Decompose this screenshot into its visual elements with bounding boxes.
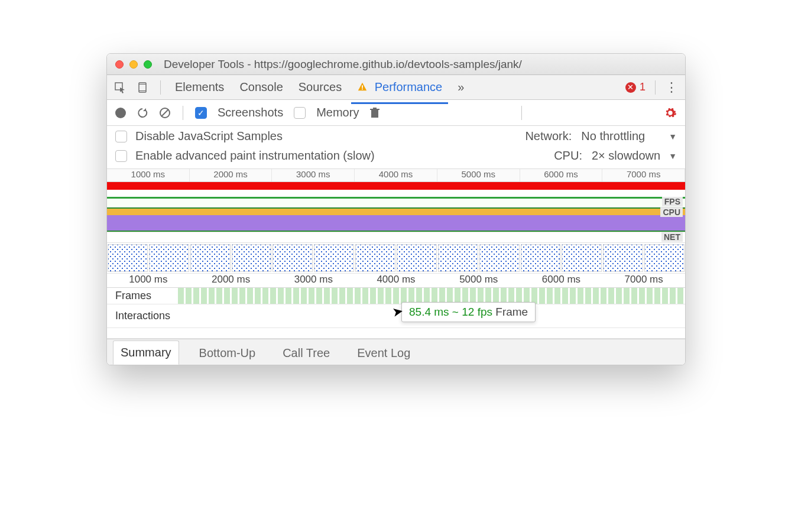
cpu-throttle-select[interactable]: 2× slowdown ▼	[592, 149, 677, 163]
disable-js-samples-label: Disable JavaScript Samples	[135, 129, 283, 143]
network-throttle-select[interactable]: No throttling ▼	[581, 129, 677, 143]
fps-lane-label: FPS	[662, 197, 683, 206]
filmstrip-thumb[interactable]	[438, 244, 478, 272]
fps-lane[interactable]: FPS	[107, 197, 685, 207]
error-count-badge[interactable]: ✕ 1	[625, 81, 645, 93]
tabs-overflow[interactable]: »	[455, 76, 466, 99]
cpu-lane-label: CPU	[660, 207, 683, 217]
ruler-tick: 5000 ms	[437, 274, 520, 287]
window-title: Developer Tools - https://googlechrome.g…	[164, 58, 522, 71]
minimize-icon[interactable]	[129, 60, 138, 69]
frames-track-label: Frames	[107, 290, 178, 302]
tab-console[interactable]: Console	[237, 76, 285, 99]
ruler-tick: 1000 ms	[107, 169, 190, 181]
separator	[521, 106, 522, 120]
filmstrip-thumb[interactable]	[273, 244, 313, 272]
svg-rect-5	[362, 89, 363, 90]
detail-tab-calltree[interactable]: Call Tree	[275, 342, 337, 365]
separator	[160, 80, 161, 95]
maximize-icon[interactable]	[144, 60, 152, 69]
detail-time-ruler[interactable]: 1000 ms 2000 ms 3000 ms 4000 ms 5000 ms …	[107, 274, 685, 288]
net-lane[interactable]: NET	[107, 232, 685, 243]
long-task-bar	[107, 181, 685, 190]
tab-sources[interactable]: Sources	[296, 76, 344, 99]
filmstrip-thumb[interactable]	[521, 244, 561, 272]
svg-rect-2	[139, 84, 146, 85]
ruler-tick: 4000 ms	[355, 169, 437, 181]
filmstrip-thumb[interactable]	[644, 244, 685, 272]
ruler-tick: 7000 ms	[602, 274, 685, 287]
interactions-track[interactable]: Interactions ➤ 85.4 ms ~ 12 fps Frame	[107, 304, 685, 328]
ruler-tick: 3000 ms	[272, 274, 355, 287]
inspect-icon[interactable]	[114, 82, 126, 93]
network-label: Network:	[525, 129, 572, 143]
svg-rect-9	[370, 109, 379, 110]
disable-js-samples-checkbox[interactable]	[115, 131, 127, 142]
error-icon: ✕	[625, 82, 636, 93]
chevron-down-icon: ▼	[669, 132, 677, 141]
options-row-1: Disable JavaScript Samples Network: No t…	[107, 126, 685, 147]
interactions-track-label: Interactions	[107, 310, 178, 322]
svg-rect-3	[139, 90, 146, 91]
memory-checkbox[interactable]	[294, 107, 306, 119]
filmstrip-thumb[interactable]	[108, 244, 148, 272]
filmstrip-thumb[interactable]	[397, 244, 437, 272]
kebab-menu-icon[interactable]: ⋮	[665, 80, 678, 95]
filmstrip-thumb[interactable]	[355, 244, 395, 272]
screenshots-checkbox[interactable]: ✓	[195, 107, 207, 119]
tooltip-metric: 85.4 ms ~ 12 fps	[409, 306, 492, 318]
record-button[interactable]	[115, 108, 126, 118]
trash-icon[interactable]	[369, 107, 380, 119]
advanced-paint-label: Enable advanced paint instrumentation (s…	[135, 149, 375, 163]
filmstrip-thumb[interactable]	[562, 244, 602, 272]
tab-elements[interactable]: Elements	[173, 76, 226, 99]
ruler-tick: 6000 ms	[520, 274, 603, 287]
frames-grid	[178, 288, 685, 304]
svg-rect-4	[362, 85, 363, 88]
filmstrip-thumb[interactable]	[479, 244, 520, 272]
tooltip-suffix: Frame	[492, 306, 528, 318]
detail-tabbar: Summary Bottom-Up Call Tree Event Log	[107, 339, 685, 365]
warning-icon	[357, 80, 371, 93]
tab-performance[interactable]: Performance	[355, 76, 445, 99]
net-lane-label: NET	[661, 232, 683, 242]
clear-icon[interactable]	[159, 107, 171, 119]
ruler-tick: 2000 ms	[190, 169, 273, 181]
memory-label: Memory	[316, 106, 359, 119]
spacer	[107, 328, 685, 339]
detail-tab-bottomup[interactable]: Bottom-Up	[192, 342, 263, 365]
ruler-tick: 3000 ms	[272, 169, 355, 181]
filmstrip-thumb[interactable]	[190, 244, 231, 272]
detail-tab-eventlog[interactable]: Event Log	[350, 342, 417, 365]
ruler-tick: 7000 ms	[602, 169, 685, 181]
screenshots-label: Screenshots	[218, 106, 283, 119]
main-tabbar: Elements Console Sources Performance » ✕…	[107, 75, 685, 100]
advanced-paint-checkbox[interactable]	[115, 150, 127, 162]
chevron-down-icon: ▼	[669, 151, 677, 161]
detail-tab-summary[interactable]: Summary	[113, 340, 179, 365]
device-toggle-icon[interactable]	[137, 82, 148, 93]
separator	[183, 106, 183, 120]
ruler-tick: 5000 ms	[437, 169, 520, 181]
devtools-window: Developer Tools - https://googlechrome.g…	[106, 53, 686, 365]
overview-time-ruler[interactable]: 1000 ms 2000 ms 3000 ms 4000 ms 5000 ms …	[107, 168, 685, 181]
filmstrip-thumb[interactable]	[232, 244, 272, 272]
frame-tooltip: 85.4 ms ~ 12 fps Frame	[401, 302, 536, 322]
frames-track[interactable]: Frames	[107, 288, 685, 304]
cpu-label: CPU:	[554, 149, 582, 163]
separator	[655, 80, 656, 95]
reload-icon[interactable]	[137, 107, 148, 119]
filmstrip-thumb[interactable]	[603, 244, 643, 272]
svg-rect-8	[371, 110, 378, 118]
settings-gear-icon[interactable]	[664, 106, 677, 119]
screenshot-filmstrip[interactable]	[107, 243, 685, 274]
filmstrip-thumb[interactable]	[314, 244, 354, 272]
titlebar[interactable]: Developer Tools - https://googlechrome.g…	[107, 54, 685, 75]
svg-line-7	[161, 109, 168, 116]
cpu-lane[interactable]: CPU	[107, 207, 685, 232]
filmstrip-thumb[interactable]	[149, 244, 189, 272]
ruler-tick: 2000 ms	[190, 274, 273, 287]
ruler-tick: 4000 ms	[355, 274, 437, 287]
close-icon[interactable]	[115, 60, 124, 69]
ruler-tick: 1000 ms	[107, 274, 190, 287]
